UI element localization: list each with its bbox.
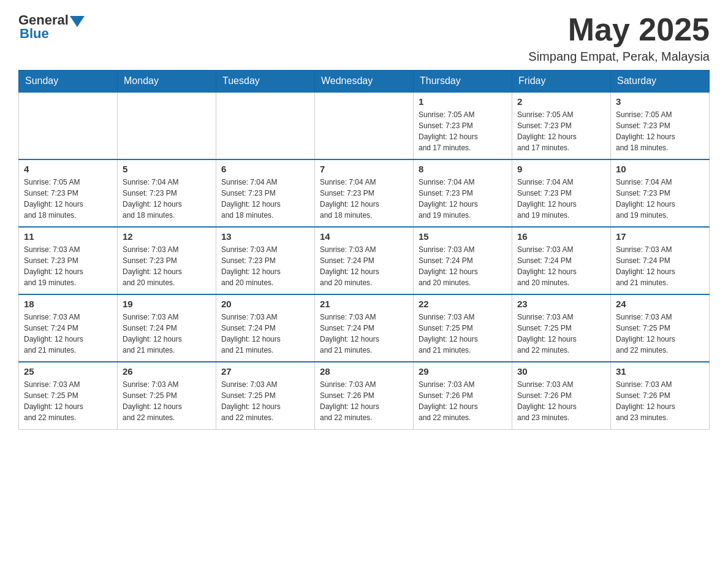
day-info: Sunrise: 7:03 AM Sunset: 7:26 PM Dayligh… bbox=[616, 379, 704, 423]
month-title: May 2025 bbox=[528, 12, 710, 47]
calendar-cell: 20Sunrise: 7:03 AM Sunset: 7:24 PM Dayli… bbox=[216, 294, 315, 362]
weekday-header-thursday: Thursday bbox=[414, 71, 512, 93]
calendar-header-row: SundayMondayTuesdayWednesdayThursdayFrid… bbox=[19, 71, 710, 93]
calendar-cell: 30Sunrise: 7:03 AM Sunset: 7:26 PM Dayli… bbox=[512, 362, 611, 429]
day-number: 2 bbox=[517, 96, 605, 107]
day-number: 15 bbox=[419, 231, 507, 242]
day-info: Sunrise: 7:03 AM Sunset: 7:25 PM Dayligh… bbox=[123, 379, 211, 423]
day-number: 1 bbox=[419, 96, 507, 107]
logo-blue-text: Blue bbox=[20, 26, 49, 42]
day-number: 3 bbox=[616, 96, 704, 107]
day-info: Sunrise: 7:04 AM Sunset: 7:23 PM Dayligh… bbox=[221, 177, 309, 221]
day-number: 14 bbox=[320, 231, 408, 242]
calendar-cell: 23Sunrise: 7:03 AM Sunset: 7:25 PM Dayli… bbox=[512, 294, 611, 362]
day-info: Sunrise: 7:05 AM Sunset: 7:23 PM Dayligh… bbox=[616, 109, 704, 153]
day-number: 31 bbox=[616, 366, 704, 377]
calendar-cell: 9Sunrise: 7:04 AM Sunset: 7:23 PM Daylig… bbox=[512, 159, 611, 227]
calendar-cell: 7Sunrise: 7:04 AM Sunset: 7:23 PM Daylig… bbox=[315, 159, 414, 227]
day-number: 19 bbox=[123, 299, 211, 309]
calendar-table: SundayMondayTuesdayWednesdayThursdayFrid… bbox=[18, 70, 710, 430]
calendar-cell: 17Sunrise: 7:03 AM Sunset: 7:24 PM Dayli… bbox=[611, 227, 710, 294]
calendar-week-row: 4Sunrise: 7:05 AM Sunset: 7:23 PM Daylig… bbox=[19, 159, 710, 227]
calendar-cell: 25Sunrise: 7:03 AM Sunset: 7:25 PM Dayli… bbox=[19, 362, 118, 429]
calendar-cell bbox=[315, 92, 414, 159]
calendar-cell: 1Sunrise: 7:05 AM Sunset: 7:23 PM Daylig… bbox=[414, 92, 512, 159]
weekday-header-tuesday: Tuesday bbox=[216, 71, 315, 93]
day-number: 7 bbox=[320, 164, 408, 174]
calendar-cell: 27Sunrise: 7:03 AM Sunset: 7:25 PM Dayli… bbox=[216, 362, 315, 429]
day-info: Sunrise: 7:05 AM Sunset: 7:23 PM Dayligh… bbox=[419, 109, 507, 153]
weekday-header-monday: Monday bbox=[118, 71, 216, 93]
calendar-cell: 18Sunrise: 7:03 AM Sunset: 7:24 PM Dayli… bbox=[19, 294, 118, 362]
day-number: 16 bbox=[517, 231, 605, 242]
day-info: Sunrise: 7:03 AM Sunset: 7:25 PM Dayligh… bbox=[419, 312, 507, 356]
day-info: Sunrise: 7:03 AM Sunset: 7:24 PM Dayligh… bbox=[123, 312, 211, 356]
day-info: Sunrise: 7:05 AM Sunset: 7:23 PM Dayligh… bbox=[517, 109, 605, 153]
day-number: 10 bbox=[616, 164, 704, 174]
day-info: Sunrise: 7:03 AM Sunset: 7:24 PM Dayligh… bbox=[24, 312, 112, 356]
day-number: 8 bbox=[419, 164, 507, 174]
day-info: Sunrise: 7:03 AM Sunset: 7:26 PM Dayligh… bbox=[517, 379, 605, 423]
day-info: Sunrise: 7:03 AM Sunset: 7:23 PM Dayligh… bbox=[24, 244, 112, 288]
day-info: Sunrise: 7:03 AM Sunset: 7:25 PM Dayligh… bbox=[24, 379, 112, 423]
calendar-cell: 10Sunrise: 7:04 AM Sunset: 7:23 PM Dayli… bbox=[611, 159, 710, 227]
day-number: 5 bbox=[123, 164, 211, 174]
day-info: Sunrise: 7:05 AM Sunset: 7:23 PM Dayligh… bbox=[24, 177, 112, 221]
calendar-cell: 13Sunrise: 7:03 AM Sunset: 7:23 PM Dayli… bbox=[216, 227, 315, 294]
day-info: Sunrise: 7:03 AM Sunset: 7:24 PM Dayligh… bbox=[616, 244, 704, 288]
day-number: 17 bbox=[616, 231, 704, 242]
calendar-week-row: 1Sunrise: 7:05 AM Sunset: 7:23 PM Daylig… bbox=[19, 92, 710, 159]
day-number: 6 bbox=[221, 164, 309, 174]
title-section: May 2025 Simpang Empat, Perak, Malaysia bbox=[528, 12, 710, 64]
day-number: 12 bbox=[123, 231, 211, 242]
day-info: Sunrise: 7:04 AM Sunset: 7:23 PM Dayligh… bbox=[517, 177, 605, 221]
day-info: Sunrise: 7:03 AM Sunset: 7:25 PM Dayligh… bbox=[616, 312, 704, 356]
calendar-cell: 11Sunrise: 7:03 AM Sunset: 7:23 PM Dayli… bbox=[19, 227, 118, 294]
calendar-cell bbox=[19, 92, 118, 159]
day-number: 13 bbox=[221, 231, 309, 242]
day-number: 27 bbox=[221, 366, 309, 377]
page-header: General Blue May 2025 Simpang Empat, Per… bbox=[18, 12, 710, 64]
calendar-cell bbox=[118, 92, 216, 159]
day-info: Sunrise: 7:04 AM Sunset: 7:23 PM Dayligh… bbox=[123, 177, 211, 221]
day-number: 11 bbox=[24, 231, 112, 242]
calendar-cell: 31Sunrise: 7:03 AM Sunset: 7:26 PM Dayli… bbox=[611, 362, 710, 429]
calendar-cell: 15Sunrise: 7:03 AM Sunset: 7:24 PM Dayli… bbox=[414, 227, 512, 294]
day-info: Sunrise: 7:04 AM Sunset: 7:23 PM Dayligh… bbox=[320, 177, 408, 221]
day-number: 25 bbox=[24, 366, 112, 377]
day-info: Sunrise: 7:03 AM Sunset: 7:23 PM Dayligh… bbox=[123, 244, 211, 288]
calendar-cell: 19Sunrise: 7:03 AM Sunset: 7:24 PM Dayli… bbox=[118, 294, 216, 362]
calendar-cell: 3Sunrise: 7:05 AM Sunset: 7:23 PM Daylig… bbox=[611, 92, 710, 159]
day-info: Sunrise: 7:03 AM Sunset: 7:25 PM Dayligh… bbox=[517, 312, 605, 356]
location-title: Simpang Empat, Perak, Malaysia bbox=[528, 50, 710, 64]
day-number: 23 bbox=[517, 299, 605, 309]
calendar-cell: 5Sunrise: 7:04 AM Sunset: 7:23 PM Daylig… bbox=[118, 159, 216, 227]
day-number: 26 bbox=[123, 366, 211, 377]
calendar-week-row: 11Sunrise: 7:03 AM Sunset: 7:23 PM Dayli… bbox=[19, 227, 710, 294]
weekday-header-sunday: Sunday bbox=[19, 71, 118, 93]
calendar-cell bbox=[216, 92, 315, 159]
day-number: 21 bbox=[320, 299, 408, 309]
day-number: 4 bbox=[24, 164, 112, 174]
weekday-header-friday: Friday bbox=[512, 71, 611, 93]
calendar-week-row: 25Sunrise: 7:03 AM Sunset: 7:25 PM Dayli… bbox=[19, 362, 710, 429]
calendar-cell: 22Sunrise: 7:03 AM Sunset: 7:25 PM Dayli… bbox=[414, 294, 512, 362]
calendar-cell: 8Sunrise: 7:04 AM Sunset: 7:23 PM Daylig… bbox=[414, 159, 512, 227]
calendar-cell: 12Sunrise: 7:03 AM Sunset: 7:23 PM Dayli… bbox=[118, 227, 216, 294]
day-info: Sunrise: 7:03 AM Sunset: 7:26 PM Dayligh… bbox=[419, 379, 507, 423]
calendar-week-row: 18Sunrise: 7:03 AM Sunset: 7:24 PM Dayli… bbox=[19, 294, 710, 362]
day-number: 29 bbox=[419, 366, 507, 377]
day-info: Sunrise: 7:03 AM Sunset: 7:24 PM Dayligh… bbox=[320, 312, 408, 356]
day-number: 28 bbox=[320, 366, 408, 377]
day-number: 9 bbox=[517, 164, 605, 174]
day-number: 22 bbox=[419, 299, 507, 309]
calendar-cell: 16Sunrise: 7:03 AM Sunset: 7:24 PM Dayli… bbox=[512, 227, 611, 294]
day-number: 24 bbox=[616, 299, 704, 309]
day-info: Sunrise: 7:03 AM Sunset: 7:24 PM Dayligh… bbox=[517, 244, 605, 288]
day-number: 18 bbox=[24, 299, 112, 309]
calendar-cell: 21Sunrise: 7:03 AM Sunset: 7:24 PM Dayli… bbox=[315, 294, 414, 362]
day-info: Sunrise: 7:03 AM Sunset: 7:24 PM Dayligh… bbox=[221, 312, 309, 356]
day-info: Sunrise: 7:03 AM Sunset: 7:25 PM Dayligh… bbox=[221, 379, 309, 423]
day-info: Sunrise: 7:04 AM Sunset: 7:23 PM Dayligh… bbox=[419, 177, 507, 221]
calendar-cell: 28Sunrise: 7:03 AM Sunset: 7:26 PM Dayli… bbox=[315, 362, 414, 429]
